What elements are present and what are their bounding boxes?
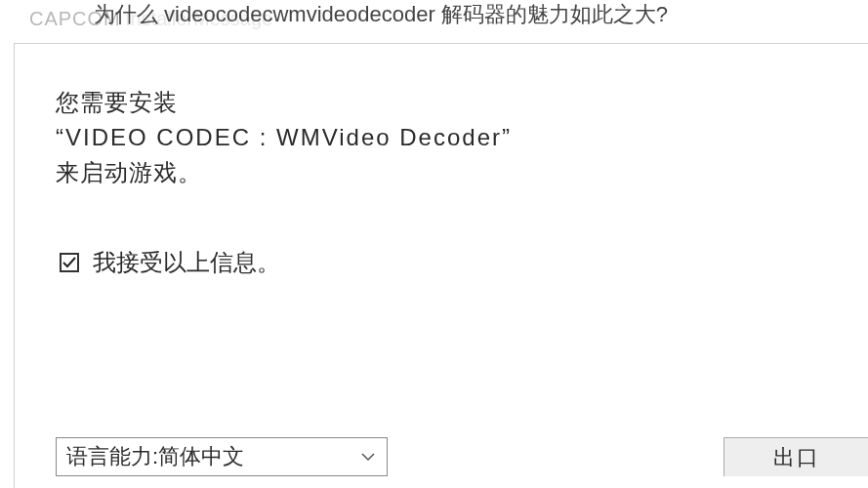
install-message: 您需要安装 “VIDEO CODEC : WMVideo Decoder” 来启… [56,85,829,190]
chevron-down-icon [361,452,375,462]
exit-button[interactable]: 出口 [723,437,868,476]
dialog-panel: 您需要安装 “VIDEO CODEC : WMVideo Decoder” 来启… [14,43,868,488]
language-value: 语言能力:简体中文 [66,442,244,471]
title-bar: CAPCOM InstallerMessage 为什么 videocodecwm… [0,0,868,47]
message-line-1: 您需要安装 [56,85,829,120]
message-line-2: “VIDEO CODEC : WMVideo Decoder” [56,120,829,155]
exit-button-label: 出口 [773,443,820,472]
checkbox-icon[interactable] [60,253,79,272]
page-title: 为什么 videocodecwmvideodecoder 解码器的魅力如此之大? [94,0,668,29]
checkmark-icon [62,255,77,270]
accept-label: 我接受以上信息。 [93,247,280,278]
message-line-3: 来启动游戏。 [56,155,829,190]
bottom-controls: 语言能力:简体中文 出口 [56,437,868,476]
accept-checkbox-row[interactable]: 我接受以上信息。 [60,247,829,278]
language-select[interactable]: 语言能力:简体中文 [56,437,388,476]
